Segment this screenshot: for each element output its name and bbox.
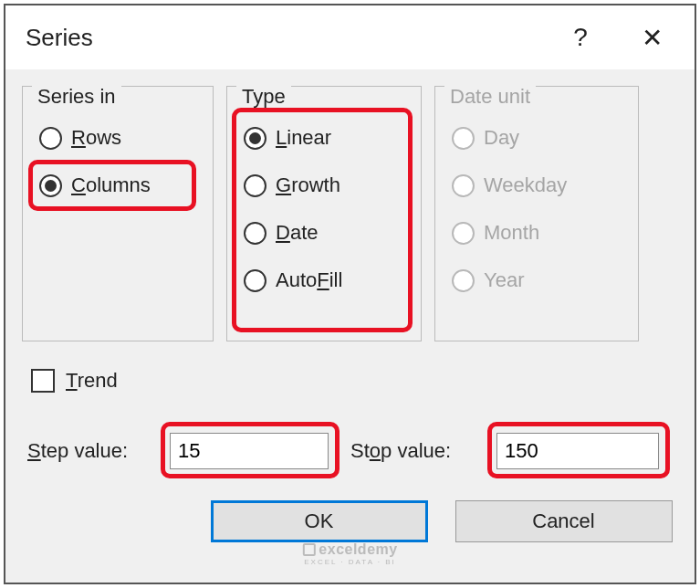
radio-rows-label: Rows xyxy=(71,126,121,150)
radio-icon xyxy=(244,127,266,150)
stop-value-input[interactable] xyxy=(496,433,659,469)
radio-columns-label: Columns xyxy=(71,173,151,197)
radio-icon xyxy=(452,222,475,245)
button-row: OK Cancel xyxy=(22,500,678,542)
watermark-name: exceldemy xyxy=(319,541,397,558)
radio-weekday: Weekday xyxy=(448,162,625,209)
radio-growth[interactable]: Growth xyxy=(240,162,408,209)
radio-year: Year xyxy=(448,257,625,304)
radio-month: Month xyxy=(448,209,625,257)
titlebar: Series ? ✕ xyxy=(5,5,695,69)
radio-icon xyxy=(244,174,266,197)
help-icon: ? xyxy=(573,23,588,52)
radio-icon xyxy=(39,127,62,150)
ok-button-label: OK xyxy=(305,509,334,533)
ok-button[interactable]: OK xyxy=(211,500,428,542)
radio-autofill[interactable]: AutoFill xyxy=(240,257,408,304)
radio-rows[interactable]: Rows xyxy=(36,114,200,162)
trend-row: Trend xyxy=(22,369,678,393)
radio-growth-label: Growth xyxy=(276,173,340,197)
radio-linear[interactable]: Linear xyxy=(240,114,408,162)
stop-label: Stop value: xyxy=(350,439,496,463)
group-series-in-legend: Series in xyxy=(32,85,121,109)
radio-autofill-label: AutoFill xyxy=(276,268,342,292)
radio-icon xyxy=(39,174,62,197)
cancel-button[interactable]: Cancel xyxy=(455,500,673,542)
radio-icon xyxy=(452,269,475,292)
cancel-button-label: Cancel xyxy=(532,509,594,533)
radio-year-label: Year xyxy=(484,268,524,292)
radio-icon xyxy=(452,174,475,197)
radio-month-label: Month xyxy=(484,221,539,245)
series-dialog: Series ? ✕ Series in Rows Columns xyxy=(4,4,696,584)
watermark-sub: EXCEL · DATA · BI xyxy=(302,558,397,566)
radio-day-label: Day xyxy=(484,126,519,150)
radio-weekday-label: Weekday xyxy=(484,173,567,197)
group-type-legend: Type xyxy=(236,85,291,109)
group-date-unit: Date unit Day Weekday Month Year xyxy=(434,86,639,341)
radio-linear-label: Linear xyxy=(276,126,331,150)
dialog-title: Series xyxy=(26,24,541,52)
step-label: Step value: xyxy=(27,439,170,463)
group-date-unit-legend: Date unit xyxy=(444,85,536,109)
help-button[interactable]: ? xyxy=(549,15,612,60)
values-row: Step value: Stop value: xyxy=(22,425,678,477)
radio-date-label: Date xyxy=(276,221,318,245)
radio-date[interactable]: Date xyxy=(240,209,408,257)
step-value-input[interactable] xyxy=(170,433,329,469)
watermark: exceldemy EXCEL · DATA · BI xyxy=(302,541,397,566)
close-icon: ✕ xyxy=(642,23,663,53)
radio-day: Day xyxy=(448,114,625,162)
trend-checkbox[interactable] xyxy=(31,369,55,393)
radio-icon xyxy=(244,269,266,292)
radio-icon xyxy=(452,127,475,150)
group-series-in: Series in Rows Columns xyxy=(22,86,214,341)
radio-icon xyxy=(244,222,266,245)
trend-label: Trend xyxy=(66,369,118,393)
dialog-body: Series in Rows Columns Type xyxy=(5,69,695,550)
group-type: Type Linear Growth Date xyxy=(226,86,422,341)
radio-columns[interactable]: Columns xyxy=(36,162,200,209)
watermark-icon xyxy=(302,543,315,556)
close-button[interactable]: ✕ xyxy=(620,15,684,60)
